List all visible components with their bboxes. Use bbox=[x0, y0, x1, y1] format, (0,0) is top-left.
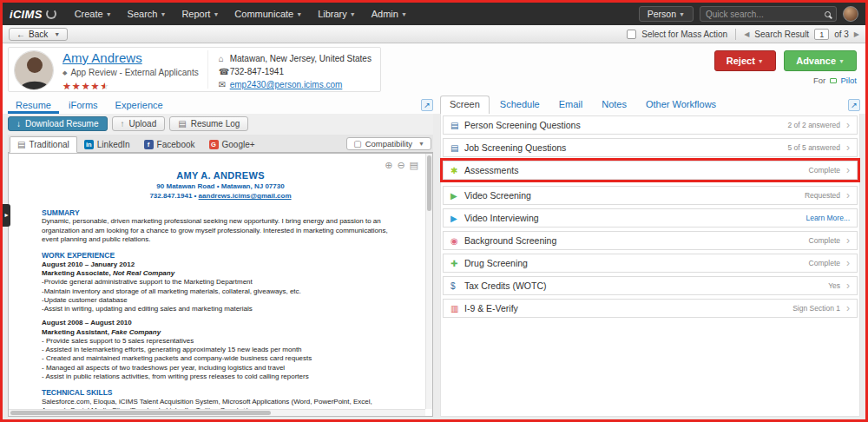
screen-row-job-screening[interactable]: ▤ Job Screening Questions 5 of 5 answere… bbox=[443, 138, 858, 157]
chevron-right-icon: › bbox=[846, 191, 850, 200]
search-icon[interactable] bbox=[825, 11, 831, 17]
nav-communicate[interactable]: Communicate▼ bbox=[227, 3, 310, 26]
chevron-down-icon: ▼ bbox=[106, 11, 112, 17]
job-bullet: -Update customer database bbox=[42, 296, 399, 305]
chevron-right-icon: › bbox=[846, 259, 850, 267]
nav-library[interactable]: Library▼ bbox=[310, 3, 364, 26]
screen-row-video-screening[interactable]: ▶ Video Screening Requested › bbox=[443, 186, 858, 205]
email-link[interactable]: emp2430@person.icims.com bbox=[230, 80, 343, 89]
horizontal-scrollbar[interactable] bbox=[9, 409, 425, 416]
tab-screen[interactable]: Screen bbox=[440, 96, 490, 114]
tab-google-plus[interactable]: GGoogle+ bbox=[202, 137, 262, 152]
zoom-in-icon[interactable]: ⊕ bbox=[385, 160, 392, 171]
tab-experience[interactable]: Experience bbox=[108, 97, 171, 114]
tab-iforms[interactable]: iForms bbox=[61, 97, 106, 114]
mass-action-checkbox[interactable] bbox=[627, 30, 636, 39]
linkedin-icon: in bbox=[84, 140, 94, 149]
job-bullet: -Maintain inventory and storage of all m… bbox=[42, 287, 399, 296]
workflow-tabs: Screen Schedule Email Notes Other Workfl… bbox=[440, 94, 860, 114]
reject-button[interactable]: Reject▼ bbox=[714, 50, 776, 71]
video-camera-icon: ▶ bbox=[450, 191, 464, 201]
job-dates: August 2010 – January 2012 bbox=[42, 260, 399, 269]
chevron-right-icon: › bbox=[846, 281, 850, 290]
scrollbar-thumb[interactable] bbox=[10, 411, 271, 415]
tab-schedule[interactable]: Schedule bbox=[491, 96, 549, 114]
nav-report[interactable]: Report▼ bbox=[174, 3, 227, 26]
back-label: Back bbox=[29, 30, 48, 39]
scrollbar-thumb[interactable] bbox=[427, 155, 431, 211]
tab-email[interactable]: Email bbox=[550, 96, 592, 114]
for-job-line: For Pilot bbox=[714, 76, 857, 85]
download-resume-button[interactable]: ↓Download Resume bbox=[8, 116, 108, 131]
tab-notes[interactable]: Notes bbox=[593, 96, 635, 114]
section-work: WORK EXPERIENCE bbox=[42, 251, 399, 260]
job-link[interactable]: Pilot bbox=[841, 76, 857, 85]
resume-contact: 732.847.1941 • aandrews.icims@gmail.com bbox=[42, 192, 399, 201]
user-avatar[interactable] bbox=[843, 6, 858, 22]
screen-row-background-screening[interactable]: ◉ Background Screening Complete › bbox=[443, 231, 858, 250]
upload-button[interactable]: ↑Upload bbox=[112, 116, 166, 131]
expand-panel-icon[interactable]: ↗ bbox=[421, 99, 433, 111]
screen-row-tax-credits[interactable]: $ Tax Credits (WOTC) Yes › bbox=[443, 276, 858, 295]
nav-search[interactable]: Search▼ bbox=[120, 3, 174, 26]
screen-row-drug-screening[interactable]: ✚ Drug Screening Complete › bbox=[443, 254, 858, 273]
search-result-input[interactable]: 1 bbox=[814, 29, 829, 40]
back-button[interactable]: ← Back ▼ bbox=[9, 28, 68, 41]
screen-row-i9-everify[interactable]: ▥ I-9 & E-Verify Sign Section 1 › bbox=[443, 299, 858, 318]
tab-other-workflows[interactable]: Other Workflows bbox=[637, 96, 725, 114]
person-scope-dropdown[interactable]: Person▼ bbox=[639, 6, 694, 22]
resume-log-button[interactable]: ▤Resume Log bbox=[169, 116, 248, 131]
search-result-label: Search Result bbox=[754, 30, 809, 39]
screen-row-person-screening[interactable]: ▤ Person Screening Questions 2 of 2 answ… bbox=[443, 115, 858, 135]
quick-search-box bbox=[700, 6, 837, 22]
lightbulb-icon: ✱ bbox=[450, 166, 464, 175]
chevron-right-icon: › bbox=[846, 236, 850, 245]
compatibility-button[interactable]: ▢Compatibility▼ bbox=[346, 137, 431, 150]
annotation-border: iCIMS Create▼ Search▼ Report▼ Communicat… bbox=[0, 0, 868, 422]
panel-collapse-handle[interactable]: ▸ bbox=[3, 204, 10, 227]
resume-name: AMY A. ANDREWS bbox=[42, 169, 399, 181]
screen-panel: ▤ Person Screening Questions 2 of 2 answ… bbox=[440, 114, 860, 417]
chevron-down-icon: ▼ bbox=[213, 11, 219, 17]
video-camera-icon: ▶ bbox=[450, 214, 464, 223]
quick-search-input[interactable] bbox=[706, 10, 825, 19]
nav-admin[interactable]: Admin▼ bbox=[364, 3, 415, 26]
tab-traditional[interactable]: ▤Traditional bbox=[10, 136, 77, 153]
prev-result-icon[interactable]: ◀ bbox=[744, 30, 749, 38]
upload-icon: ↑ bbox=[121, 119, 125, 129]
candidate-summary: Amy Andrews ◆ App Review - External Appl… bbox=[62, 50, 199, 89]
rating-stars[interactable]: ★★★★★★★★★★ bbox=[62, 81, 109, 91]
advance-button[interactable]: Advance▼ bbox=[784, 50, 857, 71]
zoom-out-icon[interactable]: ⊖ bbox=[397, 160, 404, 171]
chevron-down-icon: ▼ bbox=[296, 11, 302, 17]
next-result-icon[interactable]: ▶ bbox=[854, 30, 859, 38]
expand-panel-icon[interactable]: ↗ bbox=[848, 99, 860, 111]
document-icon: ▤ bbox=[17, 140, 25, 149]
screen-row-video-interviewing[interactable]: ▶ Video Interviewing Learn More... bbox=[443, 208, 858, 227]
tab-facebook[interactable]: fFacebook bbox=[137, 137, 202, 152]
tab-linkedin[interactable]: inLinkedIn bbox=[77, 137, 137, 152]
nav-create[interactable]: Create▼ bbox=[67, 3, 120, 26]
icims-swirl-icon bbox=[46, 9, 56, 19]
candidate-photo[interactable] bbox=[14, 50, 54, 90]
candidate-card: Amy Andrews ◆ App Review - External Appl… bbox=[8, 47, 381, 92]
screen-row-assessments[interactable]: ✱ Assessments Complete › bbox=[443, 161, 858, 180]
tabs-band: Resume iForms Experience ↗ Screen Schedu… bbox=[3, 94, 865, 114]
section-summary: SUMMARY bbox=[42, 208, 399, 218]
print-icon[interactable]: ▤ bbox=[410, 160, 418, 171]
vertical-scrollbar[interactable] bbox=[425, 154, 432, 409]
job-bullet: - Managed all aspects of two tradeshows … bbox=[42, 364, 399, 373]
job-bullet: -Provide general administrative support … bbox=[42, 278, 399, 287]
mass-action-label: Select for Mass Action bbox=[641, 30, 727, 39]
download-icon: ↓ bbox=[16, 119, 21, 129]
candidate-name-link[interactable]: Amy Andrews bbox=[62, 50, 142, 65]
job-bullet: - Created and maintained marketing packe… bbox=[42, 354, 399, 363]
phone-icon: ☎ bbox=[219, 65, 230, 78]
learn-more-link[interactable]: Learn More... bbox=[806, 214, 850, 222]
chevron-right-icon: › bbox=[846, 143, 850, 152]
envelope-icon: ✉ bbox=[219, 78, 230, 91]
tab-resume[interactable]: Resume bbox=[8, 97, 59, 114]
job-title: Marketing Assistant, Fake Company bbox=[42, 328, 399, 337]
chevron-down-icon: ▼ bbox=[401, 11, 407, 17]
resume-email-link[interactable]: aandrews.icims@gmail.com bbox=[199, 192, 292, 200]
